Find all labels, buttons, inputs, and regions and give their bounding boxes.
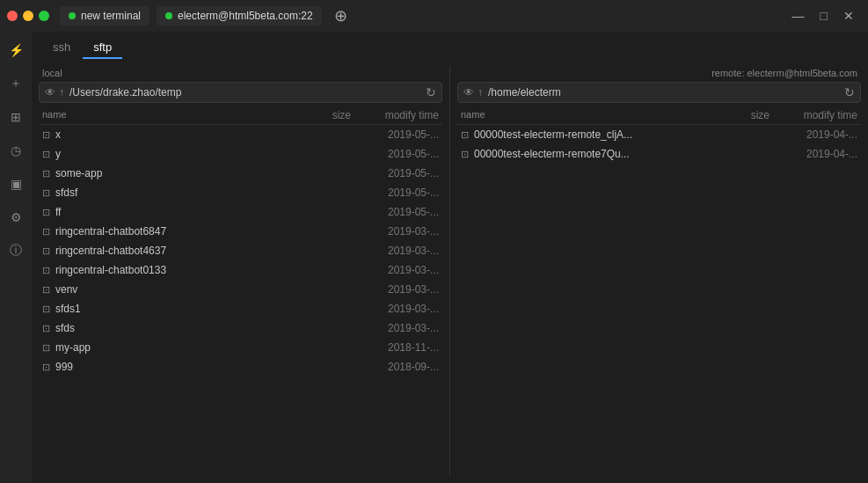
file-name-label: ringcentral-chatbot6847: [55, 225, 166, 238]
folder-icon: ⊡: [42, 304, 50, 315]
col-mtime-header: modify time: [351, 109, 439, 121]
sidebar-icon-add[interactable]: ＋: [4, 72, 27, 95]
file-mtime: 2018-11-...: [351, 341, 439, 354]
table-row[interactable]: ⊡ sfds 2019-03-...: [39, 318, 442, 338]
table-row[interactable]: ⊡ sfdsf 2019-05-...: [39, 183, 442, 202]
sidebar: ⚡ ＋ ⊞ ◷ ▣ ⚙ ⓘ: [0, 32, 32, 483]
file-size: [281, 264, 351, 276]
refresh-icon[interactable]: ↻: [426, 85, 436, 99]
sidebar-icon-files[interactable]: ⊞: [4, 106, 27, 128]
local-file-rows: ⊡ x 2019-05-... ⊡ y 2019-05-... ⊡ some-a…: [39, 125, 442, 377]
local-path-input[interactable]: [69, 86, 420, 99]
protocol-tabs: ssh sftp: [32, 32, 868, 59]
sidebar-icon-media[interactable]: ▣: [4, 172, 27, 195]
table-row[interactable]: ⊡ ringcentral-chatbot6847 2019-03-...: [39, 222, 442, 241]
file-size: [281, 167, 351, 179]
up-icon[interactable]: ↑: [59, 86, 64, 99]
file-size: [281, 303, 351, 315]
local-label: local: [39, 66, 442, 82]
file-name-label: 999: [55, 361, 73, 373]
table-row[interactable]: ⊡ y 2019-05-...: [39, 144, 442, 164]
file-name-label: y: [55, 148, 61, 160]
file-size: [281, 206, 351, 218]
col-name-header: name: [42, 109, 281, 121]
sidebar-icon-history[interactable]: ◷: [4, 139, 27, 162]
col-name-header: name: [461, 109, 699, 121]
local-path-bar: 👁 ↑ ↻: [39, 82, 442, 103]
file-mtime: 2019-03-...: [351, 264, 439, 276]
path-bar-icons: 👁 ↑: [45, 86, 64, 99]
folder-icon: ⊡: [42, 342, 50, 354]
sidebar-icon-info[interactable]: ⓘ: [4, 239, 27, 262]
file-size: [281, 322, 351, 334]
table-row[interactable]: ⊡ ff 2019-05-...: [39, 202, 442, 222]
file-name-label: sfds: [55, 322, 75, 334]
tab-label: new terminal: [81, 10, 141, 22]
minimize-button[interactable]: [23, 11, 33, 21]
file-mtime: 2019-03-...: [351, 225, 439, 238]
tab-status-dot: [165, 12, 172, 19]
file-name-label: 00000test-electerm-remote7Qu...: [474, 148, 630, 160]
file-name-label: 00000test-electerm-remote_cljA...: [474, 128, 632, 141]
win-close-btn[interactable]: ✕: [836, 7, 861, 25]
file-name-label: sfds1: [55, 303, 81, 315]
local-file-table: name size modify time ⊡ x 2019-05-... ⊡ …: [39, 106, 442, 476]
table-row[interactable]: ⊡ sfds1 2019-03-...: [39, 299, 442, 318]
table-row[interactable]: ⊡ 00000test-electerm-remote_cljA... 2019…: [457, 125, 861, 144]
folder-icon: ⊡: [42, 323, 50, 334]
eye-icon[interactable]: 👁: [45, 86, 55, 99]
eye-icon[interactable]: 👁: [463, 86, 474, 99]
close-button[interactable]: [7, 11, 18, 21]
tab-ssh[interactable]: electerm@html5beta.com:22: [157, 6, 322, 26]
table-row[interactable]: ⊡ my-app 2018-11-...: [39, 338, 442, 357]
table-row[interactable]: ⊡ x 2019-05-...: [39, 125, 442, 144]
file-mtime: 2019-03-...: [351, 283, 439, 296]
folder-icon: ⊡: [42, 226, 50, 238]
file-size: [281, 283, 351, 296]
folder-icon: ⊡: [42, 149, 50, 160]
file-name-label: ringcentral-chatbot0133: [55, 264, 166, 276]
sidebar-icon-settings[interactable]: ⚙: [4, 206, 27, 229]
window-controls[interactable]: [7, 11, 49, 21]
file-mtime: 2019-05-...: [351, 187, 439, 199]
file-size: [281, 128, 351, 141]
folder-icon: ⊡: [42, 362, 50, 373]
file-mtime: 2019-05-...: [351, 128, 439, 141]
folder-icon: ⊡: [42, 207, 50, 218]
file-name-label: my-app: [55, 341, 91, 354]
tab-ssh[interactable]: ssh: [42, 37, 81, 59]
tab-sftp[interactable]: sftp: [83, 37, 122, 59]
file-size: [281, 225, 351, 238]
local-table-header: name size modify time: [39, 106, 442, 125]
folder-icon: ⊡: [42, 284, 50, 296]
table-row[interactable]: ⊡ 999 2018-09-...: [39, 357, 442, 377]
local-panel: local 👁 ↑ ↻ name size modify time: [32, 62, 449, 479]
table-row[interactable]: ⊡ ringcentral-chatbot0133 2019-03-...: [39, 260, 442, 280]
remote-file-rows: ⊡ 00000test-electerm-remote_cljA... 2019…: [457, 125, 861, 164]
file-size: [281, 148, 351, 160]
tab-status-dot: [69, 12, 76, 19]
file-mtime: 2019-03-...: [351, 322, 439, 334]
tab-new-terminal[interactable]: new terminal: [60, 6, 150, 26]
table-row[interactable]: ⊡ ringcentral-chatbot4637 2019-03-...: [39, 241, 442, 260]
file-mtime: 2019-03-...: [351, 245, 439, 257]
add-tab-button[interactable]: ⊕: [329, 4, 353, 27]
table-row[interactable]: ⊡ 00000test-electerm-remote7Qu... 2019-0…: [457, 144, 861, 164]
folder-icon: ⊡: [42, 168, 50, 179]
remote-refresh-icon[interactable]: ↻: [844, 85, 855, 99]
file-mtime: 2019-05-...: [351, 148, 439, 160]
up-icon[interactable]: ↑: [478, 86, 483, 99]
remote-path-input[interactable]: [488, 86, 839, 99]
file-name-label: ringcentral-chatbot4637: [55, 245, 166, 257]
table-row[interactable]: ⊡ some-app 2019-05-...: [39, 164, 442, 183]
tab-label: electerm@html5beta.com:22: [178, 10, 313, 22]
file-mtime: 2019-04-...: [770, 128, 857, 141]
maximize-button[interactable]: [39, 11, 49, 21]
file-name-label: sfdsf: [55, 187, 77, 199]
win-restore-btn[interactable]: □: [813, 7, 835, 25]
file-name-label: x: [55, 128, 61, 141]
table-row[interactable]: ⊡ venv 2019-03-...: [39, 280, 442, 299]
folder-icon: ⊡: [42, 265, 50, 276]
win-minimize-btn[interactable]: —: [785, 7, 812, 25]
file-size: [281, 245, 351, 257]
